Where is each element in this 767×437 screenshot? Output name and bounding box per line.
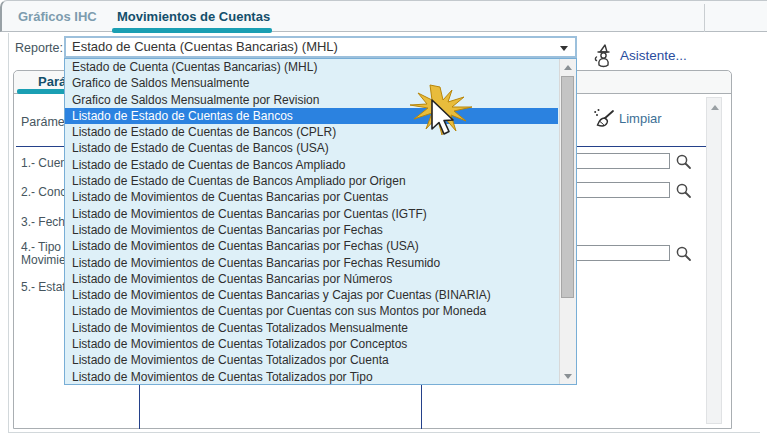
field-label-concepto: 2.- Conc bbox=[21, 185, 66, 199]
dropdown-option[interactable]: Listado de Estado de Cuentas de Bancos (… bbox=[65, 124, 558, 140]
field-label-fecha: 3.- Fech bbox=[21, 215, 65, 229]
dropdown-option[interactable]: Listado de Movimientos de Cuentas Bancar… bbox=[65, 222, 558, 238]
dropdown-option[interactable]: Listado de Estado de Cuentas de Bancos (… bbox=[65, 140, 558, 156]
dropdown-option[interactable]: Estado de Cuenta (Cuentas Bancarias) (MH… bbox=[65, 59, 558, 75]
scroll-down-icon bbox=[564, 374, 572, 379]
scroll-up-icon bbox=[564, 65, 572, 70]
dropdown-option[interactable]: Grafico de Saldos Mensualmente por Revis… bbox=[65, 92, 558, 108]
magnifier-icon[interactable] bbox=[675, 153, 692, 170]
report-dropdown-list: Estado de Cuenta (Cuentas Bancarias) (MH… bbox=[65, 59, 576, 385]
dropdown-scroll-up-button[interactable] bbox=[560, 59, 576, 75]
dropdown-option[interactable]: Listado de Movimientos de Cuentas por Cu… bbox=[65, 303, 558, 319]
column-divider bbox=[421, 385, 422, 429]
strip-divider bbox=[704, 4, 705, 32]
report-label: Reporte: bbox=[15, 41, 63, 55]
dropdown-scrollbar[interactable] bbox=[559, 59, 576, 384]
dropdown-scroll-down-button[interactable] bbox=[560, 368, 576, 384]
dropdown-option[interactable]: Listado de Movimientos de Cuentas Bancar… bbox=[65, 189, 558, 205]
broom-icon bbox=[592, 107, 616, 129]
field-label-cuenta: 1.- Cuent bbox=[21, 156, 70, 170]
clear-button[interactable]: Limpiar bbox=[592, 107, 616, 129]
dropdown-option[interactable]: Listado de Movimientos de Cuentas Bancar… bbox=[65, 255, 558, 271]
dropdown-option[interactable]: Listado de Movimientos de Cuentas Bancar… bbox=[65, 271, 558, 287]
app-tab-strip: Gráficos IHC Movimientos de Cuentas bbox=[0, 0, 767, 32]
report-dropdown: Estado de Cuenta (Cuentas Bancarias) (MH… bbox=[64, 58, 577, 385]
dropdown-option[interactable]: Listado de Movimientos de Cuentas Totali… bbox=[65, 352, 558, 368]
clear-button-label: Limpiar bbox=[619, 111, 662, 126]
active-tab-underline bbox=[112, 28, 272, 33]
panel-scrollbar[interactable] bbox=[706, 97, 722, 424]
dropdown-option[interactable]: Listado de Movimientos de Cuentas Totali… bbox=[65, 320, 558, 336]
assistant-button-label: Asistente... bbox=[620, 48, 687, 63]
dropdown-scrollbar-thumb[interactable] bbox=[561, 76, 574, 298]
wizard-icon bbox=[590, 43, 616, 69]
scroll-up-icon[interactable] bbox=[711, 105, 719, 110]
field-label-estatus: 5.- Estat bbox=[21, 280, 66, 294]
dropdown-option[interactable]: Listado de Movimientos de Cuentas Totali… bbox=[65, 369, 558, 385]
magnifier-icon[interactable] bbox=[675, 182, 692, 199]
content-frame-border bbox=[8, 432, 760, 433]
dropdown-option[interactable]: Listado de Movimientos de Cuentas Bancar… bbox=[65, 206, 558, 222]
column-divider bbox=[139, 385, 140, 429]
dropdown-option[interactable]: Listado de Estado de Cuentas de Bancos bbox=[65, 108, 558, 124]
content-frame-border bbox=[8, 33, 9, 432]
dropdown-option[interactable]: Grafico de Saldos Mensualmente bbox=[65, 75, 558, 91]
dropdown-option[interactable]: Listado de Movimientos de Cuentas Bancar… bbox=[65, 238, 558, 254]
dropdown-option[interactable]: Listado de Estado de Cuentas de Bancos A… bbox=[65, 173, 558, 189]
dropdown-option[interactable]: Listado de Estado de Cuentas de Bancos A… bbox=[65, 157, 558, 173]
field-label-tipo: 4.- Tipo bbox=[21, 240, 61, 254]
magnifier-icon[interactable] bbox=[675, 245, 692, 262]
tab-graficos-ihc[interactable]: Gráficos IHC bbox=[18, 1, 97, 33]
chevron-down-icon[interactable] bbox=[560, 46, 568, 51]
report-select[interactable]: Estado de Cuenta (Cuentas Bancarias) (MH… bbox=[64, 36, 577, 58]
assistant-button[interactable]: Asistente... bbox=[590, 43, 616, 69]
dropdown-option[interactable]: Listado de Movimientos de Cuentas Totali… bbox=[65, 336, 558, 352]
report-select-value: Estado de Cuenta (Cuentas Bancarias) (MH… bbox=[72, 39, 338, 54]
dropdown-option[interactable]: Listado de Movimientos de Cuentas Bancar… bbox=[65, 287, 558, 303]
